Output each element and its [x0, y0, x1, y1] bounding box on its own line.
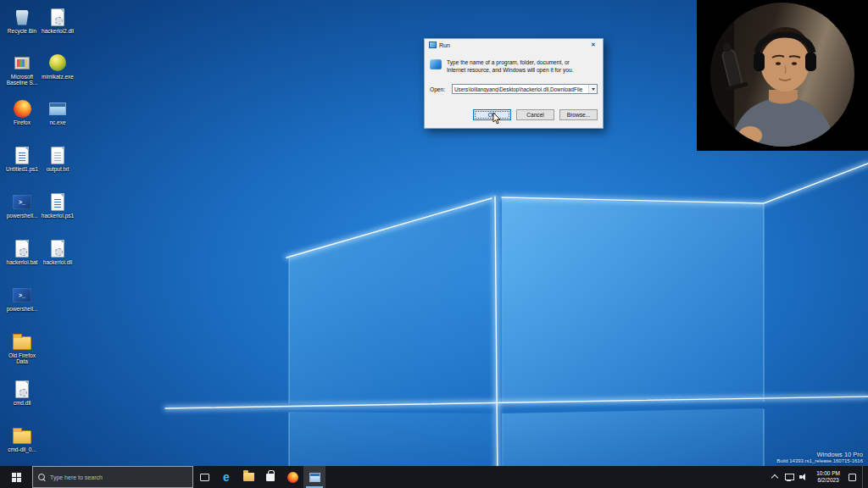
- network-icon[interactable]: [785, 473, 793, 481]
- recycle-bin-icon: [12, 7, 32, 27]
- run-dialog-body: Type the name of a program, folder, docu…: [425, 59, 603, 120]
- desktop-icon-label: Untitled1.ps1: [4, 166, 40, 172]
- desktop-icon-label: cmd.dll: [4, 400, 40, 406]
- firefox-icon: [12, 98, 32, 119]
- windows-watermark: Windows 10 Pro Build 14393.rs1_release.1…: [776, 451, 863, 464]
- app-window-icon: [47, 98, 68, 119]
- taskbar-app-run-window[interactable]: [303, 466, 326, 488]
- desktop-icon-mimikatz-exe[interactable]: mimikatz.exe: [40, 53, 75, 80]
- desktop-icon-label: nc.exe: [40, 119, 75, 125]
- desktop-icon-cmd-dll-0[interactable]: cmd-dll_0...: [4, 425, 40, 452]
- desktop-icon-label: Recycle Bin: [4, 28, 40, 34]
- clock-time: 10:00 PM: [816, 470, 840, 477]
- taskbar-apps: e: [193, 466, 326, 488]
- desktop-icon-label: Old Firefox Data: [4, 352, 40, 364]
- chevron-down-icon[interactable]: [588, 85, 597, 93]
- volume-icon[interactable]: [799, 473, 808, 481]
- run-window-icon: [309, 473, 320, 482]
- desktop-icon-label: powershell...: [4, 306, 40, 312]
- run-dialog-titlebar-icon: [429, 42, 437, 48]
- edge-icon: e: [223, 471, 230, 483]
- watermark-build: Build 14393.rs1_release.160715-1616: [776, 458, 863, 464]
- desktop-icon-powershell[interactable]: >_powershell...: [4, 191, 40, 219]
- taskbar-app-edge[interactable]: e: [215, 466, 237, 488]
- desktop-icon-nc-exe[interactable]: nc.exe: [40, 98, 75, 125]
- dll-icon: [12, 379, 32, 399]
- desktop-icon-output-txt[interactable]: output.txt: [40, 145, 75, 172]
- desktop-icon-label: hackerloi.ps1: [40, 213, 75, 219]
- mouse-cursor: [492, 113, 501, 125]
- desktop-icon-label: output.txt: [40, 166, 75, 172]
- action-center-icon[interactable]: [849, 474, 856, 481]
- desktop-icon-untitled1-ps1[interactable]: Untitled1.ps1: [4, 145, 40, 172]
- run-dialog: Run ✕ Type the name of a program, folder…: [424, 38, 604, 129]
- system-tray: 10:00 PM 6/2/2023: [771, 466, 868, 488]
- webcam-overlay: [697, 0, 868, 151]
- task-view-icon: [200, 474, 209, 481]
- desktop-icon-hackerloi-bat[interactable]: hackerloi.bat: [4, 238, 40, 265]
- taskbar-app-task-view[interactable]: [193, 466, 215, 488]
- open-label: Open:: [430, 86, 448, 92]
- search-placeholder: Type here to search: [50, 474, 103, 480]
- store-icon: [266, 474, 275, 481]
- close-icon[interactable]: ✕: [584, 39, 603, 51]
- file-explorer-icon: [243, 473, 254, 481]
- desktop-icon-label: hackerloi.dll: [40, 259, 75, 265]
- run-dialog-message: Type the name of a program, folder, docu…: [447, 59, 587, 74]
- taskbar-app-firefox[interactable]: [281, 466, 303, 488]
- desktop-icon-label: Firefox: [4, 119, 40, 125]
- folder-icon: [12, 425, 32, 446]
- taskbar-search[interactable]: Type here to search: [32, 466, 193, 488]
- watermark-edition: Windows 10 Pro: [776, 451, 863, 458]
- desktop-icon-hackerloi-dll[interactable]: hackerloi.dll: [40, 238, 75, 265]
- desktop-icon-label: mimikatz.exe: [40, 74, 75, 80]
- hidden-icons-chevron[interactable]: [771, 473, 779, 481]
- browse-button[interactable]: Browse...: [559, 109, 598, 120]
- desktop-icon-firefox[interactable]: Firefox: [4, 98, 40, 125]
- taskbar-app-store[interactable]: [259, 466, 281, 488]
- cancel-button[interactable]: Cancel: [516, 109, 554, 120]
- exe-green-icon: [47, 53, 68, 73]
- installer-icon: [12, 53, 32, 73]
- desktop-icon-old-firefox-data[interactable]: Old Firefox Data: [4, 331, 40, 364]
- taskbar-app-file-explorer[interactable]: [237, 466, 259, 488]
- start-button[interactable]: [0, 466, 32, 488]
- webcam-video: [697, 0, 868, 151]
- show-desktop-button[interactable]: [862, 466, 865, 488]
- dll-icon: [47, 238, 68, 258]
- run-app-icon: [430, 59, 442, 69]
- powershell-icon: >_: [12, 191, 32, 212]
- desktop-icon-powershell[interactable]: >_powershell...: [4, 285, 40, 312]
- desktop-icon-recycle-bin[interactable]: Recycle Bin: [4, 7, 40, 34]
- cursor-arrow-icon: [492, 113, 501, 125]
- windows-desktop: Recycle Binhackerloi2.dllMicrosoft Basel…: [0, 0, 868, 488]
- open-combobox[interactable]: Users\loiliangyang\Desktop\hackerloi.dll…: [452, 84, 598, 94]
- ps1-icon: [12, 145, 32, 165]
- firefox-icon: [287, 472, 298, 483]
- bat-icon: [12, 238, 32, 258]
- taskbar: Type here to search e 10:00 PM 6/2/2023: [0, 466, 868, 488]
- run-dialog-title: Run: [439, 42, 581, 48]
- desktop-icon-label: hackerloi2.dll: [40, 28, 75, 34]
- run-dialog-titlebar[interactable]: Run ✕: [425, 39, 603, 51]
- dll-icon: [47, 7, 68, 27]
- desktop-icon-label: Microsoft Baseline S...: [4, 74, 40, 86]
- search-icon: [38, 474, 46, 481]
- clock-date: 6/2/2023: [816, 477, 840, 484]
- ps1-icon: [47, 191, 68, 212]
- desktop-icon-hackerloi-ps1[interactable]: hackerloi.ps1: [40, 191, 75, 219]
- powershell-icon: >_: [12, 285, 32, 305]
- open-combobox-value[interactable]: Users\loiliangyang\Desktop\hackerloi.dll…: [453, 86, 588, 92]
- taskbar-clock[interactable]: 10:00 PM 6/2/2023: [814, 470, 843, 484]
- desktop-icon-hackerloi2-dll[interactable]: hackerloi2.dll: [40, 7, 75, 34]
- desktop-icon-label: powershell...: [4, 213, 40, 219]
- windows-logo-icon: [12, 473, 21, 482]
- folder-icon: [12, 331, 32, 352]
- desktop-icon-label: hackerloi.bat: [4, 259, 40, 265]
- desktop-icon-label: cmd-dll_0...: [4, 446, 40, 452]
- txt-icon: [47, 145, 68, 165]
- desktop-icon-cmd-dll[interactable]: cmd.dll: [4, 379, 40, 406]
- desktop-icon-microsoft-baseline-s[interactable]: Microsoft Baseline S...: [4, 53, 40, 86]
